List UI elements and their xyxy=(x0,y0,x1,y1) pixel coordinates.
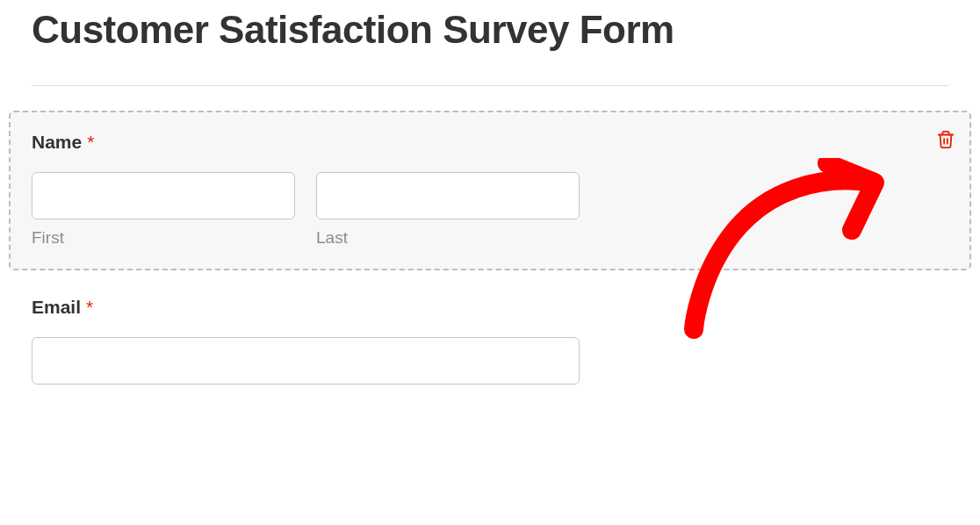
last-name-col: Last xyxy=(316,172,580,248)
required-marker: * xyxy=(87,132,94,152)
first-name-sublabel: First xyxy=(32,228,295,248)
last-name-input[interactable] xyxy=(316,172,580,219)
required-marker: * xyxy=(86,297,93,317)
email-label: Email xyxy=(32,297,81,318)
email-field-container[interactable]: Email* xyxy=(32,297,948,385)
last-name-sublabel: Last xyxy=(316,228,580,248)
delete-field-button[interactable] xyxy=(934,128,957,151)
email-input[interactable] xyxy=(32,337,580,385)
first-name-col: First xyxy=(32,172,295,248)
trash-icon xyxy=(936,130,955,149)
first-name-input[interactable] xyxy=(32,172,295,219)
page-title: Customer Satisfaction Survey Form xyxy=(32,7,948,54)
name-field-container[interactable]: Name* First Last xyxy=(9,111,971,270)
name-label: Name xyxy=(32,132,82,153)
name-row: First Last xyxy=(32,172,948,248)
title-divider xyxy=(32,85,948,86)
